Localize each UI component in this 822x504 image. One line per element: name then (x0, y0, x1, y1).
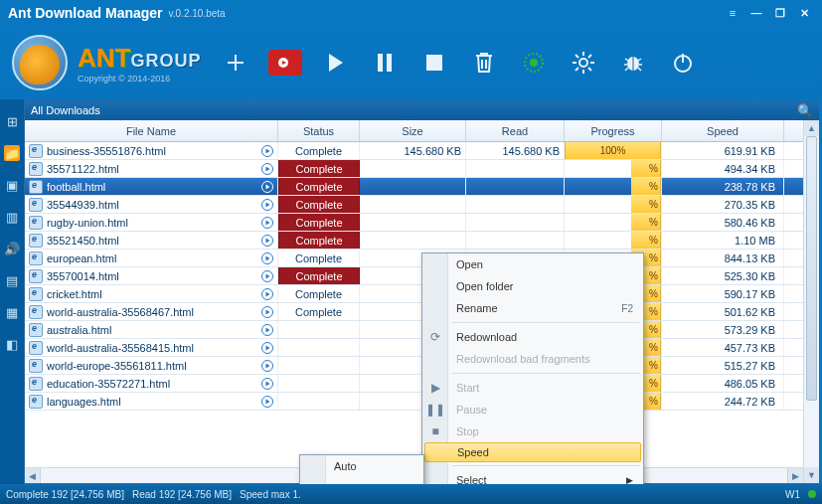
audio-icon[interactable]: 🔊 (4, 241, 20, 256)
ie-file-icon (29, 377, 43, 391)
delete-button[interactable] (467, 46, 501, 80)
play-row-icon[interactable] (261, 306, 273, 318)
progress-bar: % (631, 214, 661, 231)
document-icon[interactable]: ▥ (4, 209, 20, 225)
table-row[interactable]: 35570014.htmlComplete%525.30 KB (25, 267, 803, 285)
add-button[interactable] (219, 46, 252, 80)
menu-icon[interactable]: ≡ (723, 5, 742, 21)
speed-high[interactable]: High (300, 477, 423, 484)
cell-read (466, 196, 565, 213)
folder-icon[interactable]: 📁 (4, 145, 20, 161)
play-row-icon[interactable] (261, 396, 273, 408)
table-row[interactable]: cricket.htmlComplete%590.17 KB (25, 285, 803, 303)
bug-report-button[interactable] (616, 46, 650, 80)
tree-view-icon[interactable]: ⊞ (4, 113, 20, 129)
vertical-scrollbar[interactable]: ▲ ▼ (803, 120, 819, 483)
col-speed[interactable]: Speed (662, 120, 784, 141)
archive-icon[interactable]: ▣ (4, 177, 20, 193)
start-button[interactable] (318, 46, 352, 80)
col-status[interactable]: Status (278, 120, 360, 141)
play-row-icon[interactable] (261, 270, 273, 282)
col-filename[interactable]: File Name (25, 120, 278, 141)
close-button[interactable]: ✕ (794, 5, 814, 21)
play-row-icon[interactable] (261, 324, 273, 336)
table-row[interactable]: australia.html%573.29 KB (25, 321, 803, 339)
play-row-icon[interactable] (261, 181, 273, 193)
table-row[interactable]: world-australia-35568415.html%457.73 KB (25, 339, 803, 357)
ctx-redownload[interactable]: ⟳Redownload (422, 326, 643, 348)
ie-file-icon (29, 180, 43, 194)
play-row-icon[interactable] (261, 235, 273, 247)
file-name-text: rugby-union.html (47, 217, 128, 229)
table-row[interactable]: 35544939.htmlComplete%270.35 KB (25, 196, 803, 214)
play-row-icon[interactable] (261, 360, 273, 372)
settings-button[interactable] (567, 46, 600, 80)
play-row-icon[interactable] (261, 163, 273, 175)
ctx-open-folder[interactable]: Open folder (422, 275, 643, 297)
cell-status: Complete (278, 267, 360, 284)
app-icon[interactable]: ◧ (4, 336, 20, 352)
scroll-left-icon[interactable]: ◀ (25, 468, 41, 483)
play-row-icon[interactable] (261, 199, 273, 211)
svg-point-5 (530, 59, 538, 67)
minimize-button[interactable]: — (746, 5, 766, 21)
play-row-icon[interactable] (261, 217, 273, 229)
maximize-button[interactable]: ❐ (770, 5, 790, 21)
scrollbar-thumb[interactable] (806, 136, 817, 401)
status-complete: Complete 192 [24.756 MB] (6, 489, 124, 500)
table-row[interactable]: football.htmlComplete%238.78 KB (25, 178, 803, 196)
power-button[interactable] (666, 46, 700, 80)
ctx-open[interactable]: Open (422, 253, 643, 275)
panel-title-bar: All Downloads 🔍 (25, 100, 819, 120)
table-row[interactable]: rugby-union.htmlComplete%580.46 KB (25, 214, 803, 232)
play-row-icon[interactable] (261, 378, 273, 390)
grid-body[interactable]: business-35551876.htmlComplete145.680 KB… (25, 142, 803, 467)
table-row[interactable]: languages.html%244.72 KB (25, 393, 803, 411)
video-capture-button[interactable] (268, 50, 302, 76)
svg-line-22 (638, 68, 641, 71)
scheduler-button[interactable] (517, 46, 551, 80)
cell-speed: 270.35 KB (662, 196, 784, 213)
pause-button[interactable] (368, 46, 402, 80)
table-row[interactable]: education-35572271.html%486.05 KB (25, 375, 803, 393)
table-row[interactable]: world-australia-35568467.htmlComplete%50… (25, 303, 803, 321)
play-row-icon[interactable] (261, 342, 273, 354)
col-size[interactable]: Size (360, 120, 466, 141)
table-row[interactable]: european.htmlComplete%844.13 KB (25, 250, 803, 267)
table-row[interactable]: 35571122.htmlComplete%494.34 KB (25, 160, 803, 178)
ctx-select[interactable]: Select▶ (422, 469, 643, 484)
file-name-text: world-australia-35568415.html (47, 342, 194, 354)
file-name-text: australia.html (47, 324, 111, 336)
cell-read (466, 178, 565, 195)
cell-status (278, 357, 360, 374)
table-row[interactable]: business-35551876.htmlComplete145.680 KB… (25, 142, 803, 160)
cell-status: Complete (278, 160, 360, 177)
cell-status: Complete (278, 196, 360, 213)
search-icon[interactable]: 🔍 (797, 103, 813, 118)
col-read[interactable]: Read (466, 120, 565, 141)
play-row-icon[interactable] (261, 145, 273, 157)
cell-filename: australia.html (25, 321, 278, 338)
image-icon[interactable]: ▦ (4, 304, 20, 320)
cell-read (466, 160, 565, 177)
file-name-text: world-australia-35568467.html (47, 306, 194, 318)
ctx-speed[interactable]: Speed (424, 442, 641, 462)
scroll-up-icon[interactable]: ▲ (804, 120, 819, 136)
video-icon[interactable]: ▤ (4, 272, 20, 288)
scroll-down-icon[interactable]: ▼ (804, 467, 819, 483)
speed-auto[interactable]: Auto (300, 455, 423, 477)
cell-filename: world-europe-35561811.html (25, 357, 278, 374)
table-row[interactable]: 35521450.htmlComplete%1.10 MB (25, 232, 803, 250)
file-name-text: 35544939.html (47, 199, 119, 211)
stop-button[interactable] (417, 46, 451, 80)
table-row[interactable]: world-europe-35561811.html%515.27 KB (25, 357, 803, 375)
ctx-rename[interactable]: RenameF2 (422, 297, 643, 319)
cell-status: Complete (278, 232, 360, 249)
cell-speed: 486.05 KB (662, 375, 784, 392)
play-row-icon[interactable] (261, 288, 273, 300)
col-progress[interactable]: Progress (565, 120, 662, 141)
cell-filename: cricket.html (25, 285, 278, 302)
scroll-right-icon[interactable]: ▶ (787, 468, 803, 483)
cell-filename: 35521450.html (25, 232, 278, 249)
play-row-icon[interactable] (261, 252, 273, 264)
